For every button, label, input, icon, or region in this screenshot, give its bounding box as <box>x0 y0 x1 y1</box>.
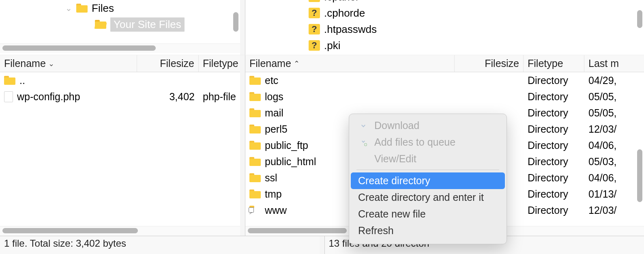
file-type: Directory <box>524 75 584 86</box>
folder-icon <box>76 4 88 13</box>
horizontal-scrollbar[interactable] <box>0 226 240 236</box>
column-header-filetype[interactable]: Filetype <box>524 55 584 72</box>
unknown-icon: ? <box>309 40 320 51</box>
tree-node-cpanel[interactable]: ? .cpanel <box>245 0 644 5</box>
menu-item-download[interactable]: Download <box>351 117 505 134</box>
vertical-scrollbar-thumb[interactable] <box>637 149 642 202</box>
file-name: public_html <box>265 156 316 168</box>
file-name: wp-config.php <box>17 91 80 103</box>
menu-item-create-directory[interactable]: Create directory <box>351 172 505 189</box>
tree-label: .cpanel <box>324 0 358 3</box>
tree-node-htpasswds[interactable]: ? .htpasswds <box>245 21 644 37</box>
file-type: Directory <box>524 123 584 135</box>
column-header-filesize[interactable]: Filesize <box>455 55 524 72</box>
horizontal-scrollbar-thumb[interactable] <box>2 45 156 51</box>
file-row[interactable]: etcDirectory04/29, <box>245 72 644 88</box>
file-modified: 01/13/ <box>584 188 644 200</box>
queue-icon <box>358 137 369 148</box>
horizontal-scrollbar[interactable] <box>0 43 240 53</box>
file-row[interactable]: logsDirectory05/05, <box>245 88 644 105</box>
file-row-wp-config[interactable]: wp-config.php 3,402 php-file <box>0 88 240 105</box>
tree-node-your-site-files[interactable]: Your Site Files <box>0 16 240 32</box>
file-modified: 12/03/ <box>584 204 644 216</box>
file-name: ssl <box>265 172 277 184</box>
file-name: etc <box>265 75 278 86</box>
menu-item-refresh[interactable]: Refresh <box>351 222 505 239</box>
local-file-list: Filename ⌄ Filesize Filetype .. <box>0 55 240 236</box>
file-name: tmp <box>265 188 282 200</box>
file-type: Directory <box>524 188 584 200</box>
menu-item-create-directory-enter[interactable]: Create directory and enter it <box>351 189 505 206</box>
folder-icon <box>4 76 15 85</box>
local-tree-pane: ⌄ Files Your Site Files <box>0 0 240 55</box>
file-name: .. <box>19 75 25 86</box>
file-type: Directory <box>524 91 584 103</box>
sort-up-icon: ⌃ <box>294 59 300 68</box>
context-menu: Download Add files to queue View/Edit Cr… <box>349 114 507 244</box>
folder-link-icon: ↗ <box>249 206 261 215</box>
chevron-down-icon: ⌄ <box>65 3 72 13</box>
vertical-scrollbar-thumb[interactable] <box>233 12 238 32</box>
file-icon <box>4 91 13 102</box>
file-modified: 05/03, <box>584 156 644 168</box>
column-header-last-modified[interactable]: Last m <box>584 55 644 72</box>
file-modified: 04/06, <box>584 140 644 151</box>
menu-item-add-to-queue[interactable]: Add files to queue <box>351 134 505 151</box>
file-size: 3,402 <box>137 91 199 103</box>
file-type: Directory <box>524 172 584 184</box>
vertical-scrollbar-thumb[interactable] <box>637 10 642 28</box>
status-left: 1 file. Total size: 3,402 bytes <box>0 236 320 254</box>
file-name: logs <box>265 91 283 103</box>
menu-item-create-new-file[interactable]: Create new file <box>351 206 505 222</box>
folder-icon <box>249 92 261 101</box>
folder-icon <box>249 189 261 198</box>
column-header-filename[interactable]: Filename ⌄ <box>0 55 137 72</box>
unknown-icon: ? <box>309 0 320 2</box>
tree-node-pki[interactable]: ? .pki <box>245 37 644 54</box>
menu-item-view-edit[interactable]: View/Edit <box>351 151 505 167</box>
column-header-filetype[interactable]: Filetype <box>199 55 240 72</box>
folder-icon <box>249 173 261 182</box>
file-modified: 12/03/ <box>584 123 644 135</box>
remote-tree-pane: ? .cpanel ? .cphorde ? .htpasswds ? .pki <box>245 0 644 55</box>
tree-node-files[interactable]: ⌄ Files <box>0 0 240 16</box>
tree-label: Files <box>92 2 114 15</box>
column-header-filesize[interactable]: Filesize <box>137 55 199 72</box>
file-row-parent[interactable]: .. <box>0 72 240 88</box>
sort-down-icon: ⌄ <box>48 59 54 68</box>
file-name: public_ftp <box>265 140 308 151</box>
folder-open-icon <box>95 20 106 29</box>
file-modified: 05/05, <box>584 107 644 119</box>
file-modified: 04/29, <box>584 75 644 86</box>
horizontal-scrollbar-thumb[interactable] <box>248 228 347 233</box>
file-name: perl5 <box>265 123 288 135</box>
download-icon <box>358 121 369 131</box>
tree-node-cphorde[interactable]: ? .cphorde <box>245 5 644 21</box>
file-type: Directory <box>524 140 584 151</box>
file-name: www <box>265 204 287 216</box>
file-type: Directory <box>524 156 584 168</box>
file-modified: 04/06, <box>584 172 644 184</box>
menu-separator <box>356 170 499 170</box>
file-type: Directory <box>524 204 584 216</box>
folder-icon <box>249 141 261 150</box>
folder-icon <box>249 157 261 166</box>
tree-label: .pki <box>324 39 340 52</box>
column-header-filename[interactable]: Filename ⌃ <box>245 55 455 72</box>
folder-icon <box>249 125 261 133</box>
folder-icon <box>249 108 261 117</box>
file-type: php-file <box>199 91 240 103</box>
status-bar: 1 file. Total size: 3,402 bytes 13 files… <box>0 236 644 254</box>
tree-label: Your Site Files <box>110 17 185 32</box>
file-modified: 05/05, <box>584 91 644 103</box>
horizontal-scrollbar-thumb[interactable] <box>2 228 138 233</box>
tree-label: .cphorde <box>324 7 365 19</box>
column-headers: Filename ⌄ Filesize Filetype <box>0 55 240 72</box>
folder-icon <box>249 76 261 85</box>
column-headers: Filename ⌃ Filesize Filetype Last m <box>245 55 644 72</box>
file-type: Directory <box>524 107 584 119</box>
file-name: mail <box>265 107 283 119</box>
tree-label: .htpasswds <box>324 23 377 36</box>
unknown-icon: ? <box>309 8 320 18</box>
unknown-icon: ? <box>309 24 320 34</box>
